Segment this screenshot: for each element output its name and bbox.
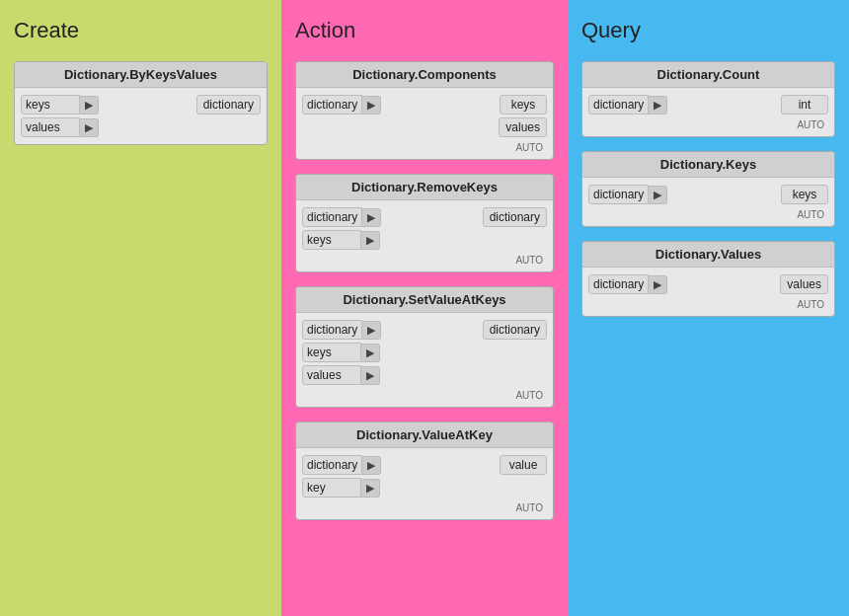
- port-label-dict-rk: dictionary: [302, 207, 362, 227]
- node-row-keys-rk: keys ▶: [302, 230, 547, 250]
- port-arrow-dict-svak: ▶: [362, 321, 381, 340]
- query-column: Query Dictionary.Count dictionary ▶ int …: [568, 0, 849, 616]
- auto-badge-vak: AUTO: [302, 500, 547, 515]
- auto-badge-keys: AUTO: [588, 207, 828, 222]
- input-dictionary-keys[interactable]: dictionary ▶: [588, 185, 667, 204]
- port-label-keys-svak: keys: [302, 343, 361, 362]
- port-arrow-keys: ▶: [80, 96, 99, 115]
- port-label-dict-keys: dictionary: [588, 185, 649, 204]
- port-label-dict-vak: dictionary: [302, 455, 362, 475]
- node-row-dict-values: dictionary ▶ values: [588, 274, 828, 294]
- output-value-vak: value: [500, 455, 547, 475]
- port-arrow-values: ▶: [80, 118, 99, 137]
- auto-badge-values: AUTO: [588, 297, 828, 312]
- auto-badge-comp: AUTO: [302, 140, 547, 155]
- node-row-dict-keys: dictionary ▶ keys: [588, 185, 828, 204]
- output-int-count: int: [781, 95, 828, 115]
- output-keys-query: keys: [781, 185, 828, 204]
- node-row-dict-vak: dictionary ▶ value: [302, 455, 547, 475]
- auto-badge-svak: AUTO: [302, 388, 547, 403]
- port-arrow-dict-values: ▶: [649, 275, 667, 294]
- node-row-dict-svak: dictionary ▶ dictionary: [302, 320, 547, 340]
- node-keys: Dictionary.Keys dictionary ▶ keys AUTO: [581, 151, 835, 227]
- port-label-dict-comp: dictionary: [302, 95, 362, 115]
- node-by-keys-values-title: Dictionary.ByKeysValues: [15, 62, 267, 88]
- node-keys-title: Dictionary.Keys: [582, 152, 834, 178]
- auto-badge-rk: AUTO: [302, 253, 547, 268]
- node-components-title: Dictionary.Components: [296, 62, 553, 88]
- port-arrow-keys-svak: ▶: [361, 344, 380, 362]
- port-label-dict-svak: dictionary: [302, 320, 362, 340]
- port-label-dict-count: dictionary: [588, 95, 649, 115]
- node-remove-keys: Dictionary.RemoveKeys dictionary ▶ dicti…: [295, 174, 554, 272]
- input-dictionary-vak[interactable]: dictionary ▶: [302, 455, 381, 475]
- node-row-values-comp: values: [302, 117, 547, 137]
- node-value-at-key: Dictionary.ValueAtKey dictionary ▶ value…: [295, 422, 554, 520]
- input-keys-rk[interactable]: keys ▶: [302, 230, 380, 250]
- input-keys-svak[interactable]: keys ▶: [302, 343, 380, 362]
- output-dictionary-svak: dictionary: [483, 320, 547, 340]
- node-set-value-at-keys: Dictionary.SetValueAtKeys dictionary ▶ d…: [295, 286, 554, 408]
- output-values-query: values: [780, 274, 828, 294]
- auto-badge-count: AUTO: [588, 117, 828, 132]
- node-row-dict-rk: dictionary ▶ dictionary: [302, 207, 547, 227]
- input-dictionary-comp[interactable]: dictionary ▶: [302, 95, 381, 115]
- output-values-comp: values: [499, 117, 547, 137]
- node-count-title: Dictionary.Count: [582, 62, 834, 88]
- input-values[interactable]: values ▶: [21, 117, 99, 137]
- node-row-key-vak: key ▶: [302, 478, 547, 498]
- port-arrow-dict-comp: ▶: [362, 96, 381, 115]
- node-by-keys-values: Dictionary.ByKeysValues keys ▶ dictionar…: [14, 61, 268, 145]
- node-components: Dictionary.Components dictionary ▶ keys …: [295, 61, 554, 160]
- create-title: Create: [14, 18, 268, 43]
- create-column: Create Dictionary.ByKeysValues keys ▶ di…: [0, 0, 281, 616]
- port-label-dict-values: dictionary: [588, 274, 649, 294]
- port-label-values-svak: values: [302, 365, 361, 385]
- node-row-dict-comp: dictionary ▶ keys: [302, 95, 547, 115]
- port-arrow-dict-vak: ▶: [362, 456, 381, 475]
- node-count: Dictionary.Count dictionary ▶ int AUTO: [581, 61, 835, 137]
- query-title: Query: [581, 18, 835, 43]
- port-arrow-values-svak: ▶: [361, 366, 380, 385]
- node-row-values-svak: values ▶: [302, 365, 547, 385]
- port-label-values: values: [21, 117, 80, 137]
- node-row-keys-svak: keys ▶: [302, 343, 547, 362]
- port-arrow-dict-count: ▶: [649, 96, 667, 115]
- node-values: Dictionary.Values dictionary ▶ values AU…: [581, 241, 835, 317]
- input-dictionary-svak[interactable]: dictionary ▶: [302, 320, 381, 340]
- action-column: Action Dictionary.Components dictionary …: [281, 0, 568, 616]
- port-arrow-dict-keys: ▶: [649, 186, 667, 204]
- output-dictionary-bkv: dictionary: [196, 95, 261, 115]
- node-value-at-key-title: Dictionary.ValueAtKey: [296, 423, 553, 448]
- input-dictionary-rk[interactable]: dictionary ▶: [302, 207, 381, 227]
- node-set-value-at-keys-title: Dictionary.SetValueAtKeys: [296, 287, 553, 313]
- input-keys[interactable]: keys ▶: [21, 95, 99, 115]
- port-label-keys: keys: [21, 95, 80, 115]
- node-row-values: values ▶: [21, 117, 261, 137]
- port-arrow-key-vak: ▶: [361, 479, 380, 498]
- input-key-vak[interactable]: key ▶: [302, 478, 380, 498]
- node-row-dict-count: dictionary ▶ int: [588, 95, 828, 115]
- port-arrow-keys-rk: ▶: [361, 231, 380, 250]
- node-values-title: Dictionary.Values: [582, 242, 834, 268]
- port-label-key-vak: key: [302, 478, 361, 498]
- port-arrow-dict-rk: ▶: [362, 208, 381, 227]
- input-dictionary-values[interactable]: dictionary ▶: [588, 274, 667, 294]
- output-keys-comp: keys: [500, 95, 547, 115]
- input-values-svak[interactable]: values ▶: [302, 365, 380, 385]
- action-title: Action: [295, 18, 554, 43]
- node-row-keys: keys ▶ dictionary: [21, 95, 261, 115]
- node-remove-keys-title: Dictionary.RemoveKeys: [296, 175, 553, 200]
- output-dictionary-rk: dictionary: [483, 207, 547, 227]
- input-dictionary-count[interactable]: dictionary ▶: [588, 95, 667, 115]
- port-label-keys-rk: keys: [302, 230, 361, 250]
